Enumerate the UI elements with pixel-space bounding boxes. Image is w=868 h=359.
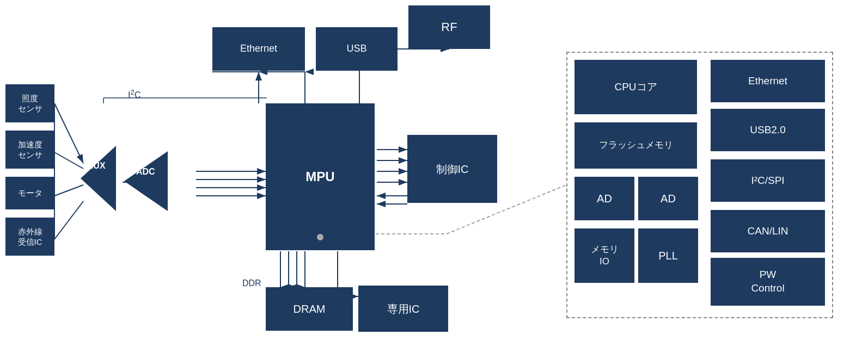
adc: [124, 151, 168, 211]
ad1: AD: [574, 177, 634, 220]
diagram: 照度センサ 加速度センサ モータ 赤外線受信IC MUX ADC Etherne…: [0, 0, 868, 359]
svg-line-7: [54, 201, 83, 239]
cpu-core: CPUコア: [574, 60, 697, 114]
senyo-ic: 専用IC: [358, 286, 448, 332]
dram: DRAM: [266, 287, 353, 331]
pll: PLL: [638, 228, 698, 283]
pw-control: PWControl: [711, 258, 825, 306]
ethernet-right: Ethernet: [711, 60, 825, 102]
motor: モータ: [5, 177, 54, 209]
usb20: USB2.0: [711, 109, 825, 151]
memory-io: メモリIO: [574, 228, 634, 283]
ad2: AD: [638, 177, 698, 220]
usb-top: USB: [316, 27, 398, 71]
svg-line-5: [54, 152, 83, 169]
sensor-light: 照度センサ: [5, 84, 54, 122]
mux: [81, 146, 116, 211]
i2c-label: I2C: [128, 88, 140, 100]
svg-line-6: [54, 185, 83, 196]
control-ic: 制御IC: [407, 135, 497, 203]
adc-label: ADC: [136, 167, 155, 177]
mux-label: MUX: [86, 161, 106, 171]
rf-top: RF: [408, 5, 490, 49]
svg-line-4: [54, 103, 83, 163]
ddr-label: DDR: [242, 278, 261, 288]
i2c-spi: I²C/SPI: [711, 159, 825, 202]
mpu: MPU: [266, 103, 375, 250]
can-lin: CAN/LIN: [711, 210, 825, 252]
flash-memory: フラッシュメモリ: [574, 122, 697, 169]
ethernet-top: Ethernet: [212, 27, 305, 71]
sensor-accel: 加速度センサ: [5, 131, 54, 169]
ir-ic: 赤外線受信IC: [5, 218, 54, 256]
